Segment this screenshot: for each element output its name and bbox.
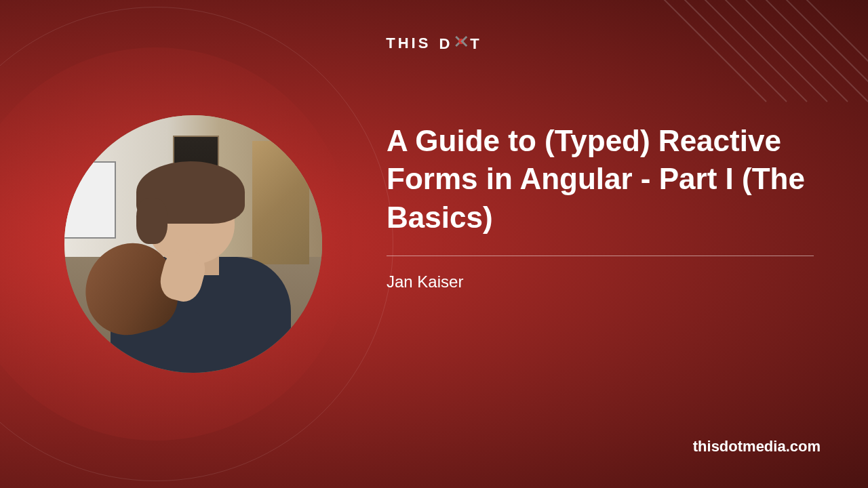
logo-text-left: THIS [386,35,431,52]
content-divider [387,256,814,256]
article-content: A Guide to (Typed) Reactive Forms in Ang… [387,122,814,291]
logo-text-t: T [470,35,481,52]
article-author: Jan Kaiser [387,272,814,291]
svg-line-7 [773,0,868,102]
svg-line-3 [692,0,827,102]
article-title: A Guide to (Typed) Reactive Forms in Ang… [387,122,814,237]
svg-line-5 [732,0,868,102]
svg-line-0 [631,0,766,102]
svg-line-2 [671,0,807,102]
svg-line-1 [651,0,787,102]
logo-dot-icon [454,34,469,49]
logo-text-d: D [439,35,452,52]
brand-logo: THIS DT [386,34,481,53]
svg-line-4 [712,0,848,102]
svg-line-6 [753,0,868,102]
footer-website-url: thisdotmedia.com [693,438,821,455]
author-avatar: ✱ ≈ ♡ ⋯⋯ ⋯♡ ⋯ [64,115,322,373]
